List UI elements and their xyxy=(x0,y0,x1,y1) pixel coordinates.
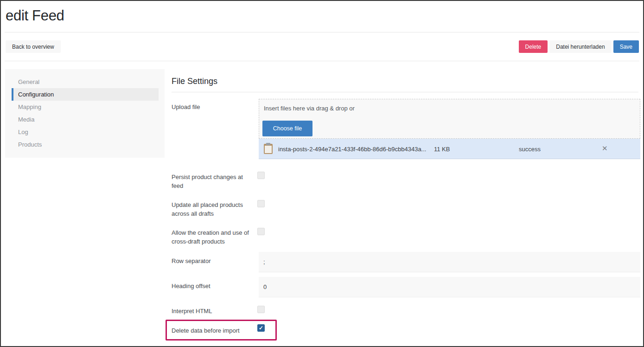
sidebar-item-products[interactable]: Products xyxy=(12,138,159,151)
sidebar-item-label: Products xyxy=(18,139,42,150)
choose-file-button[interactable]: Choose file xyxy=(262,121,312,136)
sidebar-item-media[interactable]: Media xyxy=(12,113,159,126)
file-dropzone[interactable]: Insert files here via drag & drop or Cho… xyxy=(259,99,640,139)
delete-data-before-import-label: Delete data before import xyxy=(172,326,264,335)
persist-product-changes-label: Persist product changes at feed xyxy=(172,173,251,190)
file-size: 11 KB xyxy=(434,146,450,153)
clipboard-icon xyxy=(264,144,273,154)
divider-section xyxy=(172,92,638,92)
dropzone-hint: Insert files here via drag & drop or xyxy=(264,105,355,112)
sidebar-item-label: Configuration xyxy=(18,89,54,100)
settings-nav: General Configuration Mapping Media Log … xyxy=(5,69,165,158)
sidebar-item-label: Mapping xyxy=(18,102,41,112)
row-separator-input[interactable] xyxy=(259,252,640,272)
divider-toolbar xyxy=(5,61,639,61)
app-window: edit Feed Back to overview Delete Datei … xyxy=(0,0,644,347)
divider-top xyxy=(5,32,639,32)
delete-data-before-import-checkbox[interactable]: ✓ xyxy=(257,324,265,332)
file-name: insta-posts-2-494e7a21-433f-46bb-86d6-b9… xyxy=(278,146,426,153)
file-status-badge: success xyxy=(519,146,541,153)
heading-offset-label: Heading offset xyxy=(172,282,251,290)
interpret-html-label: Interpret HTML xyxy=(172,307,251,315)
sidebar-item-mapping[interactable]: Mapping xyxy=(12,101,159,113)
sidebar-item-general[interactable]: General xyxy=(12,76,159,88)
heading-offset-input[interactable] xyxy=(259,277,640,297)
sidebar-item-configuration[interactable]: Configuration xyxy=(12,88,159,101)
cross-draft-products-checkbox[interactable] xyxy=(257,228,265,235)
update-placed-products-label: Update all placed products across all dr… xyxy=(172,200,251,218)
toolbar-actions: Delete Datei herunterladen Save xyxy=(519,40,639,53)
persist-product-changes-checkbox[interactable] xyxy=(257,172,265,179)
uploaded-file-row: insta-posts-2-494e7a21-433f-46bb-86d6-b9… xyxy=(259,139,640,159)
interpret-html-checkbox[interactable] xyxy=(257,306,265,313)
sidebar-item-label: Log xyxy=(18,127,28,137)
save-button[interactable]: Save xyxy=(613,40,639,53)
section-title: File Settings xyxy=(172,77,217,86)
upload-file-label: Upload file xyxy=(172,103,251,111)
sidebar-item-label: Media xyxy=(18,114,34,125)
download-file-button[interactable]: Datei herunterladen xyxy=(549,40,611,53)
update-placed-products-checkbox[interactable] xyxy=(257,200,265,207)
delete-button[interactable]: Delete xyxy=(519,40,548,53)
row-separator-label: Row separator xyxy=(172,257,251,265)
sidebar-item-label: General xyxy=(18,77,39,87)
back-to-overview-button[interactable]: Back to overview xyxy=(6,40,61,53)
cross-draft-products-label: Allow the creation and use of cross-draf… xyxy=(172,228,251,246)
page-title: edit Feed xyxy=(6,7,64,24)
sidebar-item-log[interactable]: Log xyxy=(12,126,159,138)
close-icon[interactable]: ✕ xyxy=(602,145,608,152)
